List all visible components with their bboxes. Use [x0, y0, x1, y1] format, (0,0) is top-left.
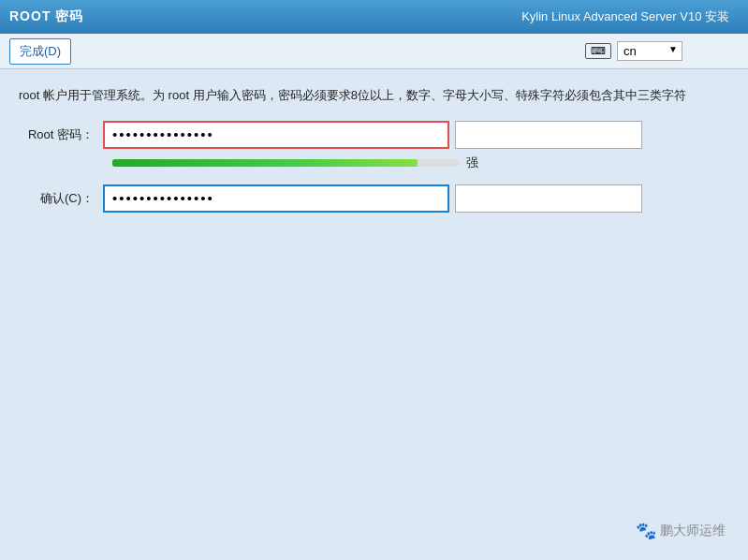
toolbar: 完成(D) ⌨ cn ▼: [0, 34, 748, 69]
strength-row: 强: [19, 155, 729, 171]
watermark-text: 鹏大师运维: [660, 523, 726, 539]
root-password-label: Root 密码：: [19, 126, 103, 143]
confirm-password-input-wrap: [103, 184, 729, 213]
description-text: root 帐户用于管理系统。为 root 用户输入密码，密码必须要求8位以上，数…: [19, 86, 729, 106]
root-password-input-extra[interactable]: [455, 121, 642, 149]
app-subtitle: Kylin Linux Advanced Server V10 安装: [521, 8, 729, 25]
page-title: ROOT 密码: [9, 8, 83, 25]
strength-label: 强: [466, 155, 478, 171]
root-password-row: Root 密码：: [19, 121, 729, 149]
confirm-password-input-extra[interactable]: [455, 184, 642, 213]
watermark: 🐾 鹏大师运维: [636, 521, 726, 541]
header-bar: ROOT 密码 Kylin Linux Advanced Server V10 …: [0, 0, 748, 34]
lang-dropdown-arrow: ▼: [668, 44, 678, 54]
strength-bar-fill: [112, 159, 418, 167]
strength-bar: [112, 159, 459, 167]
watermark-icon: 🐾: [636, 521, 656, 541]
main-content: root 帐户用于管理系统。为 root 用户输入密码，密码必须要求8位以上，数…: [0, 69, 748, 228]
confirm-password-row: 确认(C)：: [19, 184, 729, 213]
confirm-password-input[interactable]: [103, 184, 449, 213]
root-password-input[interactable]: [103, 121, 449, 149]
root-password-input-wrap: [103, 121, 729, 149]
lang-selector-area: ⌨ cn ▼: [585, 41, 682, 61]
confirm-password-label: 确认(C)：: [19, 190, 103, 207]
lang-dropdown[interactable]: cn ▼: [617, 41, 682, 61]
keyboard-icon[interactable]: ⌨: [585, 43, 611, 59]
done-button[interactable]: 完成(D): [9, 38, 71, 65]
